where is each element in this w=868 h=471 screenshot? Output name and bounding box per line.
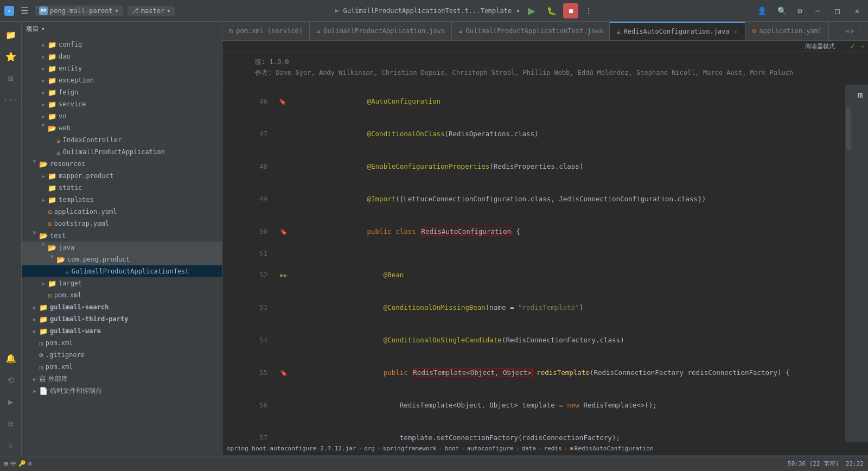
tree-item-test[interactable]: ▶ 📂 test	[22, 230, 222, 241]
tab-gulimall-apptest[interactable]: ☕ GulimallProductApplicationTest.java	[452, 22, 610, 40]
tree-item-entity[interactable]: ▶ 📁 entity	[22, 62, 222, 74]
code-line-53: 53 @ConditionalOnMissingBean(name = "red…	[255, 291, 845, 324]
reader-mode-label[interactable]: 阅读器模式	[805, 42, 835, 50]
tree-item-vo[interactable]: ▶ 📁 vo	[22, 110, 222, 122]
xml-icon-root-pom2: m	[39, 363, 43, 371]
search-icon[interactable]: 🔍	[775, 5, 789, 16]
tree-item-scratch[interactable]: ▶ 📄 临时文件和控制台	[22, 385, 222, 397]
code-area[interactable]: 46 🔖 @AutoConfiguration 47	[222, 85, 845, 442]
tree-item-resources[interactable]: ▶ 📂 resources	[22, 158, 222, 170]
breadcrumb-redis[interactable]: redis	[544, 445, 561, 452]
tree-item-third-party[interactable]: ▶ 📁 gulimall-third-party	[22, 313, 222, 325]
more-icon[interactable]: ⋮	[583, 5, 595, 16]
close-button[interactable]: ✕	[851, 4, 864, 17]
maximize-button[interactable]: □	[831, 4, 844, 17]
settings-icon[interactable]: ⚙	[795, 5, 804, 16]
breadcrumb-boot[interactable]: boot	[445, 445, 459, 452]
tree-item-service[interactable]: ▶ 📁 service	[22, 98, 222, 110]
tree-item-web[interactable]: ▶ 📂 web	[22, 122, 222, 134]
status-icon-key[interactable]: 🔑	[18, 460, 26, 467]
activity-git[interactable]: ⟲	[1, 370, 21, 390]
version-info: 版: 1.0.0	[255, 56, 857, 67]
code-line-55: 55 🔖 public RedisTemplate<Object, Object…	[255, 357, 845, 389]
tree-item-pom-inner[interactable]: ▶ m pom.xml	[22, 289, 222, 301]
code-line-48: 48 @EnableConfigurationProperties(RedisP…	[255, 150, 845, 183]
branch-selector[interactable]: ⎇ master ▾	[127, 6, 175, 16]
tree-item-config[interactable]: ▶ 📁 config	[22, 39, 222, 50]
activity-problems[interactable]: ⚠	[1, 435, 21, 455]
tree-item-indexcontroller[interactable]: ▶ ☕ IndexController	[22, 134, 222, 146]
breadcrumb-jar[interactable]: spring-boot-autoconfigure-2.7.12.jar	[227, 445, 356, 452]
sidebar-title: 项目 ▾	[22, 22, 222, 36]
code-text-47: @ConditionalOnClass	[367, 130, 445, 138]
folder-icon-mapper: 📁	[48, 172, 56, 180]
tree-item-feign[interactable]: ▶ 📁 feign	[22, 86, 222, 98]
app-icon: ✦	[4, 6, 14, 16]
tree-item-root-pom[interactable]: ▶ m pom.xml	[22, 337, 222, 349]
tree-item-com-peng-product[interactable]: ▶ 📂 com.peng.product	[22, 253, 222, 265]
tab-gulimall-app[interactable]: ☕ GulimallProductApplication.java	[310, 22, 452, 40]
project-dropdown-icon: ▾	[115, 7, 119, 15]
titlebar-right: 👤 🔍 ⚙ ─ □ ✕	[755, 4, 864, 17]
tab-nav-left[interactable]: ◀	[845, 27, 849, 35]
tab-label-gulimall-app: GulimallProductApplication.java	[323, 27, 445, 35]
tree-item-root-pom2[interactable]: ▶ m pom.xml	[22, 361, 222, 373]
activity-structure[interactable]: ⊞	[1, 68, 21, 88]
tree-item-ware[interactable]: ▶ 📁 gulimall-ware	[22, 325, 222, 337]
status-icon-settings[interactable]: ⚙	[28, 460, 32, 467]
activity-run[interactable]: ▶	[1, 392, 21, 411]
tab-close-redis[interactable]: ✕	[733, 27, 739, 36]
tab-bar: m pom.xml (service) ☕ GulimallProductApp…	[222, 22, 868, 41]
right-icon-m[interactable]: m	[856, 87, 865, 102]
profile-icon[interactable]: 👤	[755, 5, 769, 16]
status-icon-grid[interactable]: ⊞	[4, 460, 8, 467]
folder-icon-ware: 📁	[39, 327, 48, 335]
tree-item-static[interactable]: ▶ 📁 static	[22, 182, 222, 194]
folder-icon-com-peng: 📂	[56, 256, 65, 264]
sep2: ›	[377, 445, 381, 452]
status-lang[interactable]: 中	[10, 460, 16, 468]
editor-content[interactable]: 46 🔖 @AutoConfiguration 47	[222, 85, 868, 442]
hamburger-button[interactable]: ☰	[18, 3, 30, 18]
scrollbar-thumb[interactable]	[846, 107, 851, 150]
breadcrumb-springframework[interactable]: springframework	[383, 445, 437, 452]
stop-button[interactable]: ■	[563, 3, 578, 18]
debug-button[interactable]: 🐛	[544, 3, 559, 18]
activity-terminal[interactable]: ⊟	[1, 413, 21, 433]
tab-pom[interactable]: m pom.xml (service)	[222, 22, 310, 40]
external-link-icon[interactable]: ⟶	[859, 42, 864, 50]
minimize-button[interactable]: ─	[811, 4, 824, 17]
activity-project[interactable]: 📁	[1, 25, 21, 44]
tree-item-java[interactable]: ▶ 📂 java	[22, 241, 222, 253]
breadcrumb-autoconfigure[interactable]: autoconfigure	[467, 445, 514, 452]
tree-item-gulimall-test[interactable]: ▶ ☕ GulimallProductApplicationTest	[22, 265, 222, 277]
activity-bookmark[interactable]: ⭐	[1, 47, 21, 66]
activity-more[interactable]: ···	[1, 90, 21, 110]
breadcrumb-org[interactable]: org	[364, 445, 375, 452]
breadcrumb-data[interactable]: data	[521, 445, 536, 452]
tab-more[interactable]: ⋮	[857, 27, 864, 35]
activity-notifications[interactable]: 🔔	[1, 348, 21, 368]
tree-item-gitignore[interactable]: ▶ ⊘ .gitignore	[22, 349, 222, 361]
gutter-run-52[interactable]: ▶▶	[280, 272, 287, 279]
breadcrumb-class[interactable]: ⊙RedisAutoConfiguration	[570, 445, 653, 452]
tree-item-external-libs[interactable]: ▶ 🏛 外部库	[22, 373, 222, 385]
tree-item-gulimallapp[interactable]: ▶ ☕ GulimallProductApplication	[22, 146, 222, 158]
editor-scrollbar[interactable]	[845, 85, 852, 442]
run-button[interactable]: ▶	[524, 3, 539, 18]
tree-item-search[interactable]: ▶ 📁 gulimall-search	[22, 301, 222, 313]
tab-application-yaml[interactable]: ⚙ application.yaml	[745, 22, 829, 40]
tree-item-application-yaml[interactable]: ▶ ⚙ application.yaml	[22, 206, 222, 218]
tree-item-templates[interactable]: ▶ 📁 templates	[22, 194, 222, 206]
project-selector[interactable]: PP peng-mall-parent ▾	[35, 5, 123, 16]
tree-item-target[interactable]: ▶ 📁 target	[22, 277, 222, 289]
gutter-bookmark-50: 🔖	[280, 228, 288, 236]
tab-redis-config[interactable]: ☕ RedisAutoConfiguration.java ✕	[610, 22, 745, 40]
folder-icon-resources: 📂	[39, 160, 48, 168]
tree-item-bootstrap-yaml[interactable]: ▶ ⚙ bootstrap.yaml	[22, 218, 222, 230]
tree-item-exception[interactable]: ▶ 📁 exception	[22, 74, 222, 86]
project-name: peng-mall-parent	[50, 7, 113, 15]
tree-item-mapper-product[interactable]: ▶ 📁 mapper.product	[22, 170, 222, 182]
tree-item-dao[interactable]: ▶ 📁 dao	[22, 50, 222, 62]
tab-nav-right[interactable]: ▶	[851, 27, 855, 35]
